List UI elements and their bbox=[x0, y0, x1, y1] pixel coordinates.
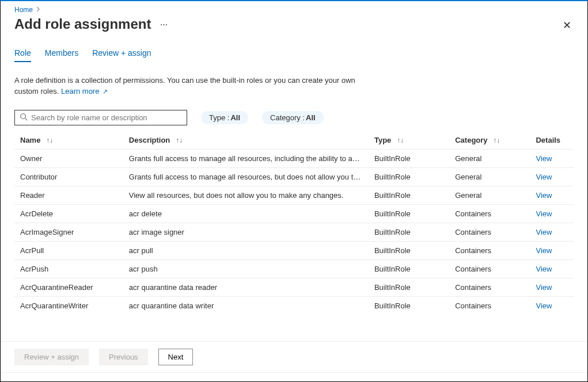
search-input-wrapper[interactable] bbox=[14, 110, 187, 125]
view-link[interactable]: View bbox=[536, 228, 552, 236]
svg-point-0 bbox=[21, 113, 26, 119]
table-row[interactable]: ContributorGrants full access to manage … bbox=[14, 167, 574, 186]
content-scroll[interactable]: Role Members Review + assign A role defi… bbox=[1, 37, 587, 341]
filter-category-value: All bbox=[306, 113, 316, 122]
column-header-name-text: Name bbox=[20, 136, 40, 144]
role-category: General bbox=[449, 186, 530, 204]
column-header-category-text: Category bbox=[455, 136, 487, 144]
svg-line-1 bbox=[25, 118, 28, 120]
column-header-type-text: Type bbox=[374, 136, 391, 144]
sort-icon: ↑↓ bbox=[176, 136, 183, 144]
tab-role[interactable]: Role bbox=[14, 48, 31, 62]
role-type: BuiltInRole bbox=[369, 278, 449, 296]
filter-type[interactable]: Type : All bbox=[201, 111, 248, 124]
view-link[interactable]: View bbox=[536, 301, 552, 310]
table-row[interactable]: AcrImageSigneracr image signerBuiltInRol… bbox=[14, 223, 574, 241]
filter-type-value: All bbox=[230, 113, 240, 122]
role-description: Grants full access to manage all resourc… bbox=[123, 149, 369, 167]
role-category: General bbox=[449, 149, 530, 167]
search-input[interactable] bbox=[31, 113, 182, 122]
role-description: acr delete bbox=[123, 204, 369, 223]
role-category: Containers bbox=[449, 296, 530, 315]
view-link[interactable]: View bbox=[536, 191, 552, 200]
tab-review-assign[interactable]: Review + assign bbox=[92, 48, 151, 62]
column-header-details: Details bbox=[530, 131, 574, 150]
role-category: Containers bbox=[449, 241, 530, 259]
column-header-category[interactable]: Category ↑↓ bbox=[449, 131, 530, 150]
table-row[interactable]: AcrPushacr pushBuiltInRoleContainersView bbox=[14, 259, 574, 278]
tab-members[interactable]: Members bbox=[45, 48, 78, 62]
role-name: Reader bbox=[14, 186, 123, 204]
filter-category[interactable]: Category : All bbox=[262, 111, 324, 124]
role-name: AcrImageSigner bbox=[14, 223, 123, 241]
role-type: BuiltInRole bbox=[369, 167, 449, 186]
table-row[interactable]: AcrQuarantineReaderacr quarantine data r… bbox=[14, 278, 574, 296]
chevron-right-icon bbox=[36, 6, 41, 14]
role-category: Containers bbox=[449, 204, 530, 223]
breadcrumb: Home bbox=[1, 1, 587, 16]
role-description: acr pull bbox=[123, 241, 369, 259]
next-button[interactable]: Next bbox=[158, 349, 194, 365]
column-header-description[interactable]: Description ↑↓ bbox=[123, 131, 369, 150]
sort-icon: ↑↓ bbox=[493, 136, 500, 144]
role-type: BuiltInRole bbox=[369, 241, 449, 259]
role-description: acr image signer bbox=[123, 223, 369, 241]
tabs: Role Members Review + assign bbox=[14, 48, 574, 63]
learn-more-link[interactable]: Learn more ↗ bbox=[61, 87, 108, 96]
view-link[interactable]: View bbox=[536, 154, 552, 163]
role-category: Containers bbox=[449, 223, 530, 241]
view-link[interactable]: View bbox=[536, 246, 552, 255]
review-assign-button: Review + assign bbox=[14, 349, 89, 365]
footer-bar: Review + assign Previous Next bbox=[1, 341, 587, 372]
horizontal-scrollbar[interactable] bbox=[1, 372, 587, 381]
role-name: Owner bbox=[14, 149, 123, 167]
view-link[interactable]: View bbox=[536, 265, 552, 273]
breadcrumb-home[interactable]: Home bbox=[14, 6, 33, 14]
role-category: General bbox=[449, 167, 530, 186]
page-title: Add role assignment bbox=[14, 16, 151, 32]
view-link[interactable]: View bbox=[536, 173, 552, 181]
role-category: Containers bbox=[449, 259, 530, 278]
view-link[interactable]: View bbox=[536, 209, 552, 218]
role-type: BuiltInRole bbox=[369, 259, 449, 278]
column-header-details-text: Details bbox=[536, 136, 560, 144]
column-header-description-text: Description bbox=[129, 136, 170, 144]
role-name: AcrPush bbox=[14, 259, 123, 278]
table-row[interactable]: AcrPullacr pullBuiltInRoleContainersView bbox=[14, 241, 574, 259]
role-description: Grants full access to manage all resourc… bbox=[123, 167, 369, 186]
role-name: AcrDelete bbox=[14, 204, 123, 223]
view-link[interactable]: View bbox=[536, 283, 552, 292]
role-type: BuiltInRole bbox=[369, 296, 449, 315]
role-name: AcrQuarantineReader bbox=[14, 278, 123, 296]
role-type: BuiltInRole bbox=[369, 204, 449, 223]
role-category: Containers bbox=[449, 278, 530, 296]
table-row[interactable]: AcrDeleteacr deleteBuiltInRoleContainers… bbox=[14, 204, 574, 223]
page-description: A role definition is a collection of per… bbox=[14, 75, 371, 97]
table-row[interactable]: ReaderView all resources, but does not a… bbox=[14, 186, 574, 204]
roles-table: Name ↑↓ Description ↑↓ Type ↑↓ Categor bbox=[14, 131, 574, 315]
search-icon bbox=[20, 113, 28, 123]
sort-icon: ↑↓ bbox=[397, 136, 404, 144]
role-type: BuiltInRole bbox=[369, 149, 449, 167]
table-row[interactable]: AcrQuarantineWriteracr quarantine data w… bbox=[14, 296, 574, 315]
filter-type-label: Type : bbox=[209, 113, 229, 122]
column-header-name[interactable]: Name ↑↓ bbox=[14, 131, 123, 150]
role-name: AcrQuarantineWriter bbox=[14, 296, 123, 315]
role-description: acr quarantine data reader bbox=[123, 278, 369, 296]
column-header-type[interactable]: Type ↑↓ bbox=[369, 131, 449, 150]
filter-category-label: Category : bbox=[270, 113, 305, 122]
role-name: AcrPull bbox=[14, 241, 123, 259]
close-button[interactable]: ✕ bbox=[560, 18, 574, 32]
learn-more-text: Learn more bbox=[61, 87, 99, 96]
role-name: Contributor bbox=[14, 167, 123, 186]
previous-button: Previous bbox=[99, 349, 148, 365]
role-description: View all resources, but does not allow y… bbox=[123, 186, 369, 204]
table-row[interactable]: OwnerGrants full access to manage all re… bbox=[14, 149, 574, 167]
external-link-icon: ↗ bbox=[103, 88, 108, 95]
role-description: acr quarantine data writer bbox=[123, 296, 369, 315]
more-actions-button[interactable]: ⋯ bbox=[160, 20, 169, 29]
role-type: BuiltInRole bbox=[369, 223, 449, 241]
role-type: BuiltInRole bbox=[369, 186, 449, 204]
role-description: acr push bbox=[123, 259, 369, 278]
close-icon: ✕ bbox=[563, 19, 571, 32]
